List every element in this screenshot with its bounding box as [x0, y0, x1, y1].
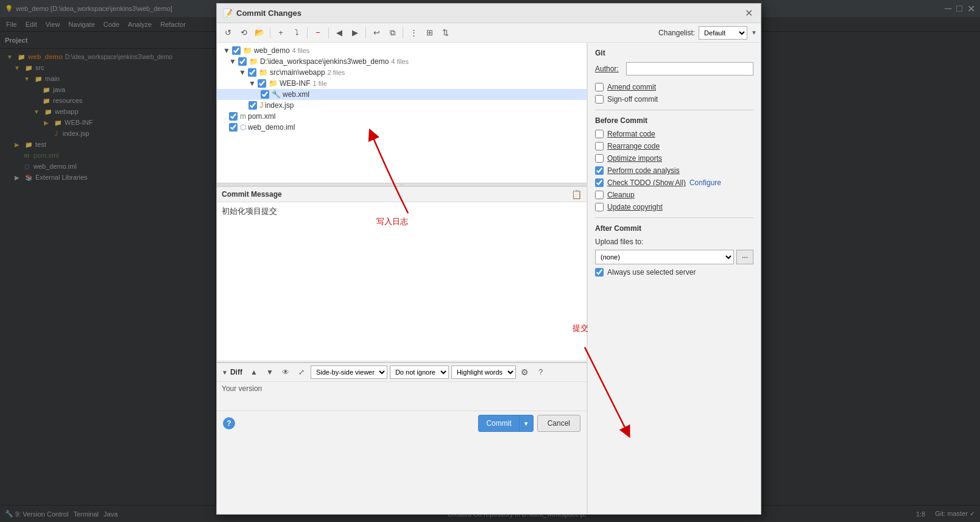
diff-expand-icon[interactable]: ▼	[222, 369, 228, 376]
upload-row: (none) ···	[595, 250, 753, 264]
iml-checkbox2[interactable]	[229, 123, 238, 132]
path-expand-icon: ▼	[229, 57, 236, 66]
copyright-checkbox[interactable]	[595, 203, 604, 211]
help-button[interactable]: ?	[223, 417, 235, 429]
toolbar-revert-btn[interactable]: ↩	[369, 26, 384, 40]
changelist-select[interactable]: Default	[699, 26, 747, 40]
webdemo-expand-icon: ▼	[223, 46, 230, 55]
upload-select[interactable]: (none)	[595, 250, 734, 264]
reformat-label: Reformat code	[607, 130, 655, 138]
diff-ext-btn[interactable]: ⤢	[295, 365, 308, 379]
changelist-arrow: ▼	[751, 29, 757, 36]
dialog-icon: 📝	[223, 9, 233, 18]
pom-checkbox2[interactable]	[229, 112, 238, 121]
file-tree-path[interactable]: ▼ 📁 D:\idea_workspace\jenkins3\web_demo …	[217, 56, 587, 67]
optimize-row: Optimize imports	[595, 154, 753, 163]
always-use-server-row: Always use selected server	[595, 268, 753, 277]
rearrange-label: Rearrange code	[607, 142, 660, 150]
reformat-checkbox[interactable]	[595, 130, 604, 138]
commit-msg-label: Commit Message	[222, 190, 282, 199]
configure-link[interactable]: Configure	[689, 178, 721, 187]
cleanup-checkbox[interactable]	[595, 191, 604, 199]
webapp-folder-icon2: 📁	[259, 68, 268, 77]
webdemo-checkbox[interactable]	[232, 46, 241, 55]
toolbar-refresh-btn[interactable]: ↺	[220, 26, 235, 40]
optimize-label: Optimize imports	[607, 154, 662, 163]
commit-msg-header: Commit Message 📋	[217, 187, 587, 202]
upload-browse-btn[interactable]: ···	[736, 250, 753, 264]
path-checkbox[interactable]	[238, 57, 247, 66]
dialog-toolbar: ↺ ⟲ 📂 + ⤵ − ◀ ▶ ↩ ⧉ ⋮ ⊞ ⇅ Changelist: De…	[217, 23, 761, 43]
diff-down-btn[interactable]: ▼	[263, 365, 277, 379]
signoff-commit-row: Sign-off commit	[595, 95, 753, 104]
commit-main-btn[interactable]: Commit	[479, 415, 519, 431]
toolbar-move-btn[interactable]: ⤵	[289, 26, 304, 40]
changelist-label: Changelist:	[658, 29, 695, 37]
toolbar-remove-btn[interactable]: −	[311, 26, 325, 40]
your-version-label: Your version	[222, 384, 262, 393]
file-tree-scroll: ▼ 📁 web_demo 4 files ▼ 📁 D:\idea_workspa…	[217, 43, 587, 183]
commit-arrow-btn[interactable]: ▼	[520, 415, 533, 431]
toolbar-left-btn[interactable]: ◀	[332, 26, 347, 40]
diff-view-btn[interactable]: 👁	[279, 365, 292, 379]
diff-viewer-select[interactable]: Side-by-side viewer	[311, 365, 387, 379]
optimize-checkbox[interactable]	[595, 154, 604, 163]
toolbar-group-btn[interactable]: ⊞	[422, 26, 437, 40]
perform-label: Perform code analysis	[607, 166, 680, 175]
todo-checkbox[interactable]	[595, 178, 604, 187]
cancel-button[interactable]: Cancel	[537, 415, 580, 432]
amend-commit-label: Amend commit	[607, 83, 656, 91]
file-tree-pom[interactable]: m pom.xml	[217, 111, 587, 122]
webxml-checkbox[interactable]	[261, 90, 269, 99]
after-commit-title: After Commit	[595, 224, 753, 233]
commit-msg-copy-btn[interactable]: 📋	[571, 189, 582, 199]
file-tree-webinf[interactable]: ▼ 📁 WEB-INF 1 file	[217, 78, 587, 89]
always-use-server-checkbox[interactable]	[595, 268, 604, 277]
webinf-expand-icon: ▼	[249, 79, 256, 88]
toolbar-browse-btn[interactable]: 📂	[252, 26, 267, 40]
dialog-footer: ? Commit ▼ Cancel	[217, 411, 587, 436]
before-commit-title: Before Commit	[595, 116, 753, 125]
toolbar-filter-btn[interactable]: ⋮	[406, 26, 421, 40]
copyright-row: Update copyright	[595, 203, 753, 211]
commit-button-group: Commit ▼	[478, 415, 533, 432]
webapp-checkbox[interactable]	[248, 68, 256, 77]
file-tree-webxml[interactable]: 🔧 web.xml	[217, 89, 587, 100]
diff-settings-btn[interactable]: ⚙	[518, 365, 532, 379]
indexjsp2-checkbox[interactable]	[249, 101, 257, 110]
webinf-checkbox[interactable]	[258, 79, 266, 88]
toolbar-update-btn[interactable]: ⟲	[236, 26, 251, 40]
file-tree-iml[interactable]: ⬡ web_demo.iml	[217, 122, 587, 133]
upload-label: Upload files to:	[595, 238, 753, 246]
perform-checkbox[interactable]	[595, 166, 604, 175]
file-tree-webdemo[interactable]: ▼ 📁 web_demo 4 files	[217, 45, 587, 56]
diff-highlight-select[interactable]: Highlight words	[451, 365, 516, 379]
webapp-count: 2 files	[328, 69, 345, 76]
copyright-label: Update copyright	[607, 203, 663, 211]
todo-row: Check TODO (Show All) Configure	[595, 178, 753, 187]
toolbar-sort-btn[interactable]: ⇅	[438, 26, 453, 40]
todo-label: Check TODO (Show All)	[607, 178, 686, 187]
diff-title: Diff	[230, 368, 242, 376]
diff-up-btn[interactable]: ▲	[247, 365, 261, 379]
webapp-tree-label: src\main\webapp	[270, 68, 325, 77]
diff-ignore-select[interactable]: Do not ignore	[390, 365, 449, 379]
author-input[interactable]	[626, 62, 753, 76]
commit-msg-textarea[interactable]: 初始化项目提交	[217, 202, 587, 360]
toolbar-add-btn[interactable]: +	[273, 26, 288, 40]
file-tree-webapp[interactable]: ▼ 📁 src\main\webapp 2 files	[217, 67, 587, 78]
toolbar-right-btn[interactable]: ▶	[348, 26, 362, 40]
file-tree-indexjsp2[interactable]: J index.jsp	[217, 100, 587, 111]
rearrange-checkbox[interactable]	[595, 142, 604, 150]
toolbar-diff-btn[interactable]: ⧉	[385, 26, 400, 40]
git-section-title: Git	[595, 49, 753, 57]
path-label: D:\idea_workspace\jenkins3\web_demo	[260, 57, 389, 66]
dialog-body: ▼ 📁 web_demo 4 files ▼ 📁 D:\idea_workspa…	[217, 43, 761, 514]
webinf-folder-icon2: 📁	[269, 79, 278, 88]
signoff-commit-checkbox[interactable]	[595, 95, 604, 104]
iml-label2: web_demo.iml	[248, 123, 295, 132]
diff-help-btn[interactable]: ?	[534, 365, 548, 379]
webdemo-tree-folder: 📁	[243, 46, 252, 55]
dialog-close-button[interactable]: ✕	[742, 7, 755, 19]
amend-commit-checkbox[interactable]	[595, 83, 604, 91]
